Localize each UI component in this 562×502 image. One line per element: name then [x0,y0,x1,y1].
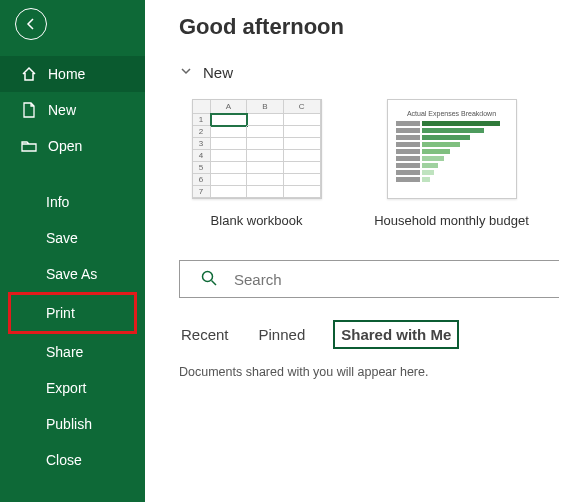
home-icon [20,66,38,82]
nav-info-label: Info [46,194,69,210]
backstage-sidebar: Home New Open Info Save Save As Print Sh… [0,0,145,502]
section-new-header[interactable]: New [179,64,562,81]
search-input[interactable] [234,271,559,288]
folder-open-icon [20,139,38,153]
nav-close-label: Close [46,452,82,468]
nav-publish-label: Publish [46,416,92,432]
budget-thumb-title: Actual Expenses Breakdown [396,110,508,117]
back-button[interactable] [15,8,47,40]
nav-home[interactable]: Home [0,56,145,92]
doc-tabs: Recent Pinned Shared with Me [179,320,562,349]
document-icon [20,102,38,118]
arrow-left-icon [23,16,39,32]
template-blank-label: Blank workbook [179,213,334,228]
nav-save-as[interactable]: Save As [0,256,145,292]
nav-close[interactable]: Close [0,442,145,478]
template-household-budget[interactable]: Actual Expenses Breakdown Household mont… [374,99,529,228]
nav-save[interactable]: Save [0,220,145,256]
nav-open-label: Open [48,138,82,154]
template-budget-label: Household monthly budget [374,213,529,228]
nav-new-label: New [48,102,76,118]
nav-export[interactable]: Export [0,370,145,406]
section-new-label: New [203,64,233,81]
nav-share[interactable]: Share [0,334,145,370]
svg-point-0 [203,271,213,281]
nav-export-label: Export [46,380,86,396]
search-icon [200,269,218,290]
chevron-down-icon [179,64,193,81]
nav-new[interactable]: New [0,92,145,128]
main-content: Good afternoon New ABC 1 2 3 4 5 6 7 [145,0,562,502]
nav-home-label: Home [48,66,85,82]
tab-shared-with-me[interactable]: Shared with Me [333,320,459,349]
nav-publish[interactable]: Publish [0,406,145,442]
nav-share-label: Share [46,344,83,360]
templates-row: ABC 1 2 3 4 5 6 7 Blank workbook Actual … [179,99,562,228]
nav-print[interactable]: Print [11,295,134,331]
tab-pinned[interactable]: Pinned [257,320,308,349]
nav-print-label: Print [46,305,75,321]
nav-saveas-label: Save As [46,266,97,282]
empty-shared-message: Documents shared with you will appear he… [179,365,562,379]
nav-open[interactable]: Open [0,128,145,164]
blank-workbook-thumbnail: ABC 1 2 3 4 5 6 7 [192,99,322,199]
template-blank-workbook[interactable]: ABC 1 2 3 4 5 6 7 Blank workbook [179,99,334,228]
tab-recent[interactable]: Recent [179,320,231,349]
page-title: Good afternoon [179,14,562,40]
search-box[interactable] [179,260,559,298]
highlight-print: Print [8,292,137,334]
nav-save-label: Save [46,230,78,246]
budget-thumbnail: Actual Expenses Breakdown [387,99,517,199]
nav-info[interactable]: Info [0,184,145,220]
